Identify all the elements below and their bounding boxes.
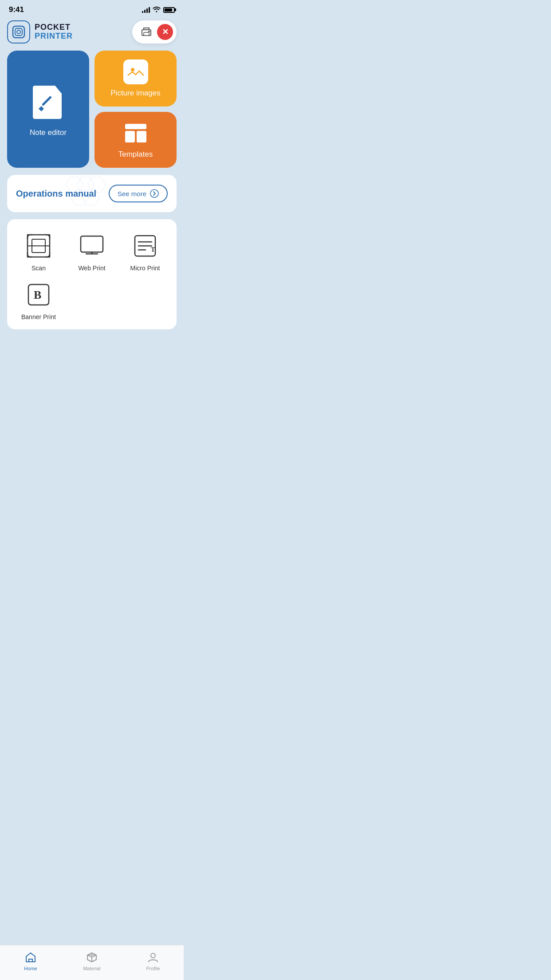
tools-section: Scan Web Print [7, 219, 177, 329]
svg-point-8 [131, 68, 134, 71]
picture-images-label: Picture images [110, 89, 160, 98]
main-content: Note editor Picture images [0, 51, 184, 385]
svg-point-2 [17, 30, 20, 34]
svg-rect-11 [137, 131, 146, 142]
operations-banner: Operations manual See more [7, 175, 177, 212]
micro-print-label: Micro Print [130, 265, 160, 272]
logo: POCKET PRINTER [7, 20, 73, 43]
see-more-button[interactable]: See more [109, 185, 168, 202]
signal-icon [142, 7, 150, 13]
svg-rect-7 [128, 65, 144, 79]
note-editor-card[interactable]: Note editor [7, 51, 89, 168]
logo-printer: PRINTER [35, 32, 73, 41]
micro-print-icon: T [131, 232, 159, 260]
wifi-icon [153, 6, 161, 14]
svg-rect-0 [13, 26, 24, 38]
templates-card[interactable]: Templates [94, 112, 177, 168]
svg-rect-21 [81, 236, 103, 252]
svg-rect-1 [15, 28, 22, 36]
micro-print-tool[interactable]: T Micro Print [121, 232, 169, 272]
picture-icon [123, 59, 148, 84]
logo-text: POCKET PRINTER [35, 23, 73, 41]
scan-tool[interactable]: Scan [14, 232, 63, 272]
connection-status[interactable]: ✕ [132, 20, 177, 43]
svg-point-17 [150, 190, 158, 198]
printer-icon [139, 25, 153, 39]
app-header: POCKET PRINTER ✕ [0, 17, 184, 51]
web-print-icon [78, 232, 106, 260]
svg-text:B: B [34, 288, 41, 301]
battery-icon [163, 7, 175, 13]
status-icons [142, 6, 175, 14]
note-editor-label: Note editor [30, 128, 67, 137]
templates-label: Templates [118, 150, 153, 159]
banner-print-tool[interactable]: B Banner Print [21, 281, 56, 320]
status-time: 9:41 [9, 5, 24, 14]
svg-rect-9 [125, 124, 146, 129]
hex-decoration [57, 175, 110, 212]
svg-point-5 [148, 31, 150, 32]
web-print-label: Web Print [78, 265, 105, 272]
templates-icon [123, 121, 148, 146]
scan-label: Scan [31, 265, 46, 272]
picture-images-card[interactable]: Picture images [94, 51, 177, 107]
svg-rect-4 [144, 32, 149, 36]
logo-pocket: POCKET [35, 23, 73, 32]
banner-print-icon: B [24, 281, 53, 309]
banner-print-label: Banner Print [21, 313, 56, 320]
svg-text:T: T [151, 246, 155, 253]
scan-icon [24, 232, 53, 260]
tools-grid: Scan Web Print [14, 232, 169, 272]
web-print-tool[interactable]: Web Print [67, 232, 116, 272]
svg-rect-10 [125, 131, 135, 142]
tools-row2: B Banner Print [14, 281, 169, 320]
logo-icon [7, 20, 30, 43]
status-bar: 9:41 [0, 0, 184, 17]
disconnect-button[interactable]: ✕ [157, 24, 173, 40]
feature-grid: Note editor Picture images [7, 51, 177, 168]
